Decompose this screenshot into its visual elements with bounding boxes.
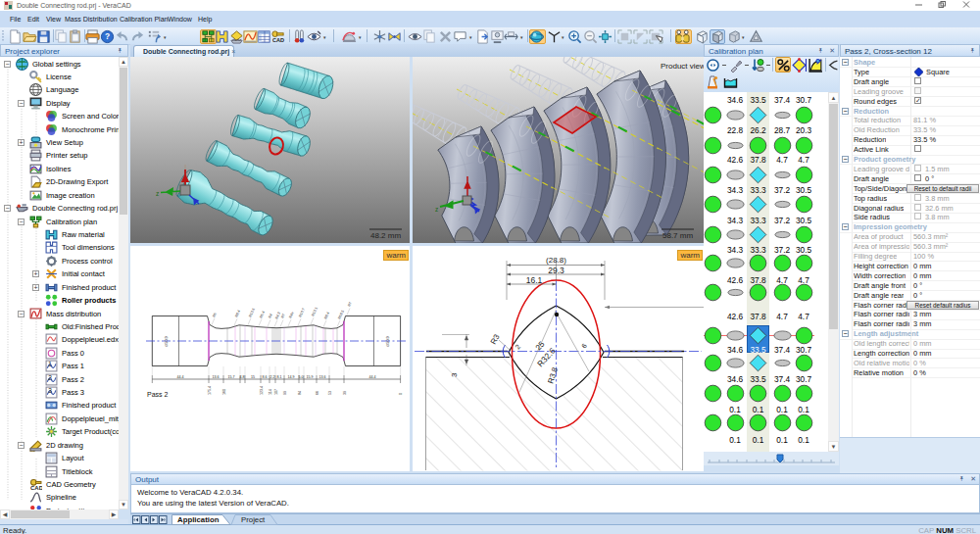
svg-text:R13.1: R13.1 [311, 307, 318, 316]
svg-text:Application: Application [177, 515, 220, 524]
svg-text:R68.5: R68.5 [337, 310, 345, 319]
svg-text:z: z [435, 206, 438, 213]
svg-text:44.4: 44.4 [369, 375, 376, 379]
svg-text:2: 2 [48, 373, 52, 380]
svg-text:∅50.9: ∅50.9 [386, 336, 390, 347]
svg-text:3: 3 [48, 387, 52, 394]
svg-text:13.6: 13.6 [213, 375, 220, 379]
svg-text:R6.4: R6.4 [259, 311, 266, 319]
svg-text:84: 84 [298, 391, 302, 395]
svg-text:Project: Project [241, 515, 266, 524]
svg-text:14.9: 14.9 [288, 375, 295, 379]
svg-text:39: 39 [343, 391, 347, 395]
svg-text:123.4: 123.4 [260, 386, 264, 395]
svg-text:2.2: 2.2 [270, 375, 275, 379]
svg-text:(28.8): (28.8) [546, 256, 566, 265]
svg-text:66: 66 [316, 391, 319, 395]
svg-text:175.4: 175.4 [208, 386, 212, 395]
svg-text:CAD: CAD [30, 485, 42, 491]
svg-text:15.7: 15.7 [228, 375, 235, 379]
svg-text:8.6: 8.6 [263, 375, 268, 379]
svg-text:?: ? [105, 31, 110, 41]
svg-text:16.1: 16.1 [526, 275, 543, 285]
svg-text:R7: R7 [347, 302, 353, 308]
svg-text:1: 1 [48, 361, 52, 367]
svg-text:15.9: 15.9 [307, 375, 314, 379]
svg-text:R7: R7 [280, 314, 286, 319]
svg-text:R8.4: R8.4 [234, 310, 241, 318]
svg-text:R8.4: R8.4 [323, 312, 330, 320]
svg-text:53: 53 [328, 391, 332, 395]
svg-text:0: 0 [399, 393, 403, 395]
svg-text:5.0: 5.0 [299, 375, 304, 379]
svg-text:R13.6: R13.6 [248, 308, 256, 317]
svg-text:3: 3 [450, 372, 459, 377]
svg-text:CAD: CAD [272, 37, 284, 43]
svg-text:15: 15 [251, 375, 255, 379]
svg-text:114: 114 [269, 389, 272, 395]
svg-text:160: 160 [222, 389, 226, 395]
svg-text:z: z [156, 190, 159, 197]
svg-text:R4: R4 [268, 314, 273, 319]
svg-text:R10.7: R10.7 [298, 308, 306, 317]
svg-text:R3: R3 [489, 332, 502, 346]
svg-text:13.6: 13.6 [319, 375, 326, 379]
svg-text:R6: R6 [212, 313, 218, 318]
svg-text:∅50.9: ∅50.9 [165, 336, 169, 347]
svg-text:107: 107 [274, 389, 278, 395]
svg-text:R4e: R4e [288, 312, 294, 319]
svg-text:8.1: 8.1 [277, 375, 282, 379]
svg-text:4.8: 4.8 [240, 375, 245, 379]
svg-text:29.3: 29.3 [548, 266, 564, 275]
svg-text:99: 99 [283, 391, 287, 395]
svg-text:44.4: 44.4 [177, 375, 184, 379]
